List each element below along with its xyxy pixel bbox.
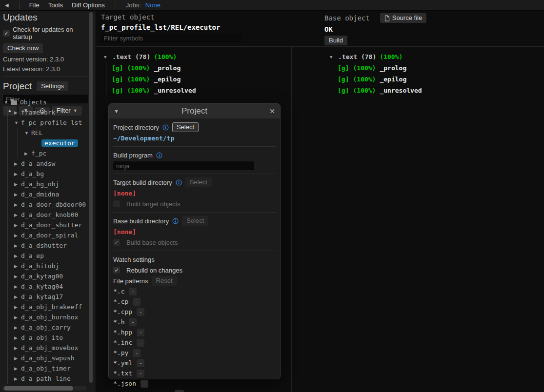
symbol-row[interactable]: [g](100%)_prolog <box>112 62 196 74</box>
project-settings-button[interactable]: Settings <box>37 81 68 91</box>
target-build-dir-select-button[interactable]: Select <box>185 177 212 187</box>
rebuild-on-changes-checkbox[interactable]: ✓ <box>113 267 120 274</box>
tree-item-d_a_bg[interactable]: ▶d_a_bg <box>0 169 92 179</box>
dialog-titlebar[interactable]: ▼ Project ✕ <box>109 104 280 118</box>
chevron-right-icon[interactable]: ▶ <box>14 366 21 371</box>
tree-item-REL[interactable]: ▼REL <box>0 128 92 138</box>
base-build-dir-select-button[interactable]: Select <box>182 216 208 226</box>
chevron-right-icon[interactable]: ▶ <box>14 110 21 115</box>
tree-item-d_a_door_spiral[interactable]: ▶d_a_door_spiral <box>0 230 92 240</box>
chevron-right-icon[interactable]: ▶ <box>14 284 21 289</box>
chevron-right-icon[interactable]: ▶ <box>14 202 21 207</box>
tree-item-d_a_kytag04[interactable]: ▶d_a_kytag04 <box>0 281 92 292</box>
back-icon[interactable]: ◀ <box>5 2 9 8</box>
tree-item-d_a_path_line[interactable]: ▶d_a_path_line <box>0 373 92 384</box>
chevron-right-icon[interactable]: ▶ <box>14 192 21 197</box>
tree-item-d_a_kytag00[interactable]: ▶d_a_kytag00 <box>0 271 92 281</box>
symbol-row[interactable]: [g](100%)_epilog <box>338 74 422 85</box>
jobs-none-link[interactable]: None <box>145 1 161 9</box>
check-updates-checkbox[interactable]: ✓ <box>3 30 10 37</box>
chevron-right-icon[interactable]: ▶ <box>14 325 21 330</box>
remove-pattern-button[interactable]: - <box>137 359 144 367</box>
source-file-button[interactable]: Source file <box>380 13 426 23</box>
tree-item-framework[interactable]: ▶framework <box>0 107 92 118</box>
tree-item-executor[interactable]: executor <box>0 138 92 148</box>
tree-item-d_a_obj_ito[interactable]: ▶d_a_obj_ito <box>0 333 92 343</box>
tree-item-d_a_door_dbdoor00[interactable]: ▶d_a_door_dbdoor00 <box>0 199 92 210</box>
chevron-right-icon[interactable]: ▶ <box>14 335 21 340</box>
remove-pattern-button[interactable]: - <box>141 380 148 388</box>
menu-tools[interactable]: Tools <box>48 1 63 9</box>
project-directory-select-button[interactable]: Select <box>172 122 199 132</box>
sidebar-horizontal-scrollbar[interactable] <box>2 386 87 391</box>
chevron-right-icon[interactable]: ▶ <box>14 172 21 176</box>
chevron-right-icon[interactable]: ▶ <box>14 356 21 361</box>
tree-item-d_a_door_knob00[interactable]: ▶d_a_door_knob00 <box>0 210 92 220</box>
chevron-right-icon[interactable]: ▶ <box>14 254 21 258</box>
symbol-filter-input[interactable] <box>101 34 242 42</box>
tree-item-d_a_dmidna[interactable]: ▶d_a_dmidna <box>0 189 92 199</box>
symbol-section-row[interactable]: ▼.text (78)(100%) <box>104 51 196 62</box>
symbol-row[interactable]: [g](100%)_unresolved <box>338 85 422 96</box>
tree-item-d_a_obj_brakeeff[interactable]: ▶d_a_obj_brakeeff <box>0 302 92 312</box>
info-icon[interactable] <box>172 218 179 224</box>
tree-item-f_pc[interactable]: ▶f_pc <box>0 148 92 158</box>
add-pattern-button[interactable]: + <box>175 390 184 392</box>
tree-item-d_a_door_shutter[interactable]: ▶d_a_door_shutter <box>0 220 92 230</box>
symbol-section-row[interactable]: ▼.text (78)(100%) <box>330 51 422 62</box>
chevron-right-icon[interactable]: ▶ <box>14 294 21 299</box>
chevron-right-icon[interactable]: ▶ <box>14 161 21 166</box>
tree-item-f_pc_profile_lst[interactable]: ▼f_pc_profile_lst <box>0 118 92 128</box>
tree-item-d_a_bg_obj[interactable]: ▶d_a_bg_obj <box>0 179 92 189</box>
chevron-right-icon[interactable]: ▶ <box>14 264 21 269</box>
info-icon[interactable] <box>176 179 182 186</box>
symbol-row[interactable]: [g](100%)_unresolved <box>112 85 196 96</box>
chevron-right-icon[interactable]: ▶ <box>14 213 21 217</box>
info-icon[interactable] <box>156 152 162 158</box>
chevron-down-icon[interactable]: ▼ <box>24 131 31 136</box>
chevron-right-icon[interactable]: ▶ <box>14 243 21 248</box>
chevron-right-icon[interactable]: ▶ <box>14 305 21 310</box>
tree-item-d_a_obj_timer[interactable]: ▶d_a_obj_timer <box>0 363 92 373</box>
chevron-right-icon[interactable]: ▶ <box>14 315 21 320</box>
tree-item-d_a_dshutter[interactable]: ▶d_a_dshutter <box>0 240 92 251</box>
chevron-down-icon[interactable]: ▼ <box>14 120 21 125</box>
symbol-row[interactable]: [g](100%)_epilog <box>112 74 196 85</box>
check-now-button[interactable]: Check now <box>3 43 43 53</box>
build-target-objects-checkbox[interactable] <box>113 200 120 207</box>
menu-diff-options[interactable]: Diff Options <box>72 1 105 9</box>
chevron-right-icon[interactable]: ▶ <box>14 376 21 381</box>
tree-item-d_a_andsw[interactable]: ▶d_a_andsw <box>0 158 92 169</box>
info-icon[interactable] <box>162 124 169 131</box>
tree-item-d_a_kytag17[interactable]: ▶d_a_kytag17 <box>0 292 92 302</box>
symbol-row[interactable]: [g](100%)_prolog <box>338 62 422 74</box>
chevron-right-icon[interactable]: ▶ <box>14 182 21 187</box>
close-icon[interactable]: ✕ <box>265 107 275 115</box>
remove-pattern-button[interactable]: - <box>133 298 141 306</box>
sidebar-vertical-scrollbar[interactable] <box>89 12 93 383</box>
collapse-icon[interactable]: ▼ <box>114 108 123 114</box>
remove-pattern-button[interactable]: - <box>137 339 144 347</box>
chevron-down-icon[interactable]: ▼ <box>4 100 11 105</box>
tree-item-d_a_obj_movebox[interactable]: ▶d_a_obj_movebox <box>0 343 92 353</box>
remove-pattern-button[interactable]: - <box>137 370 144 377</box>
chevron-right-icon[interactable]: ▶ <box>14 223 21 228</box>
chevron-right-icon[interactable]: ▶ <box>14 233 21 238</box>
chevron-right-icon[interactable]: ▶ <box>14 274 21 279</box>
remove-pattern-button[interactable]: - <box>137 329 144 336</box>
reset-patterns-button[interactable]: Reset <box>152 276 177 286</box>
scrollbar-thumb[interactable] <box>4 386 73 391</box>
chevron-right-icon[interactable]: ▶ <box>14 346 21 351</box>
remove-pattern-button[interactable]: - <box>129 288 137 295</box>
build-program-input[interactable] <box>113 161 254 170</box>
menu-file[interactable]: File <box>29 1 40 9</box>
build-base-objects-checkbox[interactable]: ✓ <box>113 239 120 246</box>
remove-pattern-button[interactable]: - <box>133 349 141 357</box>
build-button[interactable]: Build <box>324 36 347 45</box>
add-pattern-input[interactable] <box>113 390 171 392</box>
remove-pattern-button[interactable]: - <box>129 318 137 326</box>
tree-item-d_a_hitobj[interactable]: ▶d_a_hitobj <box>0 261 92 271</box>
remove-pattern-button[interactable]: - <box>137 308 144 316</box>
chevron-right-icon[interactable]: ▶ <box>24 151 31 156</box>
tree-item-d_a_obj_carry[interactable]: ▶d_a_obj_carry <box>0 322 92 333</box>
